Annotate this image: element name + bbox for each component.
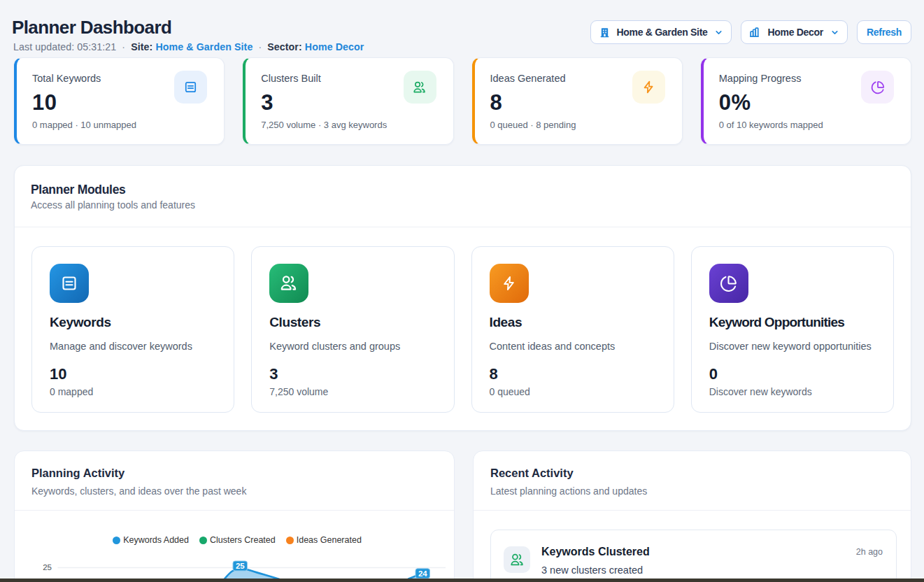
svg-text:25: 25 (236, 562, 245, 570)
svg-text:25: 25 (43, 563, 52, 572)
svg-text:24: 24 (418, 569, 427, 578)
